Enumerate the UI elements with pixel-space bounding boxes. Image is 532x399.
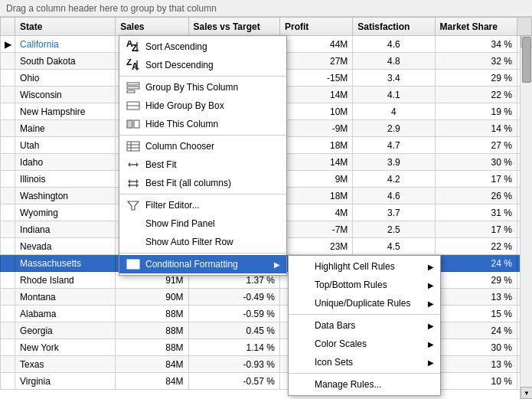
svg-rect-44 [296, 342, 308, 346]
cell-svt: -0.93 % [188, 356, 279, 373]
cell-state: Nevada [15, 238, 116, 255]
col-header-svt[interactable]: Sales vs Target [188, 18, 279, 36]
cell-market: 30 % [435, 154, 517, 171]
cell-svt: 1.14 % [188, 339, 279, 356]
cell-profit: -9M [279, 120, 352, 137]
svg-rect-38 [296, 299, 302, 303]
submenu-icon-sets[interactable]: Icon Sets ▶ [289, 353, 440, 371]
cell-market: 13 % [435, 289, 517, 306]
submenu-unique[interactable]: Unique/Duplicate Rules ▶ [289, 294, 440, 312]
cell-profit: 27M [279, 53, 352, 70]
cell-state: Rhode Island [15, 272, 116, 289]
cell-profit: 44M [279, 36, 352, 53]
auto-filter-icon [126, 236, 141, 248]
sort-asc-icon: AZ [126, 41, 141, 53]
cell-profit: 18M [279, 137, 352, 154]
data-bars-label: Data Bars [315, 320, 425, 331]
separator-2 [119, 135, 286, 136]
color-scales-icon [295, 338, 310, 350]
menu-hide-col[interactable]: Hide This Column [119, 115, 286, 133]
menu-col-chooser[interactable]: Column Chooser [119, 137, 286, 155]
svg-rect-8 [127, 83, 139, 85]
menu-sort-asc[interactable]: AZ Sort Ascending [119, 38, 286, 56]
menu-find-panel[interactable]: Show Find Panel [119, 214, 286, 233]
cell-sales: 88M [116, 306, 188, 322]
hide-group-label: Hide Group By Box [145, 100, 280, 111]
best-fit-all-icon [126, 177, 141, 189]
cell-state: Wyoming [15, 204, 116, 221]
separator-1 [119, 76, 286, 77]
cell-market: 24 % [435, 322, 517, 339]
col-header-state[interactable]: State [15, 18, 116, 36]
scrollbar[interactable]: ▲ ▼ [520, 35, 532, 399]
highlight-arrow: ▶ [428, 263, 434, 271]
scroll-down[interactable]: ▼ [521, 387, 532, 399]
menu-group-by[interactable]: Group By This Column [119, 78, 286, 96]
cell-state: South Dakota [15, 53, 116, 70]
cond-format-icon [126, 258, 141, 270]
cell-state: Virginia [15, 373, 116, 390]
cell-market: 13 % [435, 356, 517, 373]
col-chooser-label: Column Chooser [145, 141, 280, 152]
submenu-color-scales[interactable]: Color Scales ▶ [289, 335, 440, 353]
highlight-icon [295, 260, 310, 273]
icon-sets-label: Icon Sets [315, 357, 425, 368]
manage-rules-icon [295, 378, 310, 391]
separator-4 [119, 253, 286, 253]
submenu-manage-rules[interactable]: Manage Rules... [289, 375, 440, 394]
cell-state: Illinois [15, 171, 116, 188]
submenu-top-bottom[interactable]: Top/Bottom Rules ▶ [289, 276, 440, 294]
cell-state: Indiana [15, 221, 116, 238]
filter-editor-icon [126, 199, 141, 211]
cell-state: Ohio [15, 70, 116, 87]
menu-best-fit-all[interactable]: Best Fit (all columns) [119, 174, 286, 192]
svg-rect-33 [133, 264, 139, 269]
cell-satisfaction: 2.9 [353, 120, 435, 137]
menu-sort-desc[interactable]: ZA Sort Descending [119, 56, 286, 74]
col-header-sales[interactable]: Sales [116, 18, 188, 36]
cell-satisfaction: 4.8 [353, 53, 435, 70]
cell-sales: 88M [116, 339, 188, 356]
col-header-profit[interactable]: Profit [279, 18, 352, 36]
svg-marker-24 [136, 179, 139, 184]
best-fit-label: Best Fit [145, 159, 280, 170]
svg-marker-45 [297, 358, 308, 368]
cell-svt: -0.57 % [188, 373, 279, 390]
cell-profit: -7M [279, 221, 352, 238]
conditional-formatting-submenu: Highlight Cell Rules ▶ Top/Bottom Rules … [288, 255, 441, 396]
col-header-satisfaction[interactable]: Satisfaction [353, 18, 435, 36]
submenu-highlight[interactable]: Highlight Cell Rules ▶ [289, 257, 440, 276]
best-fit-all-label: Best Fit (all columns) [145, 178, 280, 188]
best-fit-icon [126, 159, 141, 171]
top-bottom-arrow: ▶ [428, 281, 434, 289]
cell-market: 24 % [435, 255, 517, 272]
cell-satisfaction: 2.5 [353, 221, 435, 238]
cell-state: Idaho [15, 154, 116, 171]
find-panel-icon [126, 217, 141, 230]
cell-state: Wisconsin [15, 87, 116, 103]
submenu-data-bars[interactable]: Data Bars ▶ [289, 316, 440, 335]
icon-sets-arrow: ▶ [428, 358, 434, 367]
cell-market: 17 % [435, 171, 517, 188]
cell-profit: 18M [279, 188, 352, 204]
cell-satisfaction: 3.9 [353, 154, 435, 171]
svg-rect-10 [127, 90, 135, 93]
cell-state: Texas [15, 356, 116, 373]
col-header-state[interactable] [1, 18, 15, 36]
hide-group-icon [126, 100, 141, 112]
cell-market: 26 % [435, 188, 517, 204]
svg-rect-30 [127, 260, 133, 264]
scroll-thumb[interactable] [522, 37, 531, 83]
menu-auto-filter[interactable]: Show Auto Filter Row [119, 233, 286, 251]
menu-filter-editor[interactable]: Filter Editor... [119, 196, 286, 214]
col-header-market[interactable]: Market Share [435, 18, 517, 36]
svg-rect-13 [127, 120, 132, 128]
svg-rect-43 [305, 322, 309, 330]
drag-header: Drag a column header here to group by th… [0, 0, 532, 17]
menu-conditional-formatting[interactable]: Conditional Formatting ▶ Highlight Cell … [119, 255, 286, 273]
menu-hide-group[interactable]: Hide Group By Box [119, 96, 286, 115]
color-scales-arrow: ▶ [428, 340, 434, 348]
cell-market: 27 % [435, 137, 517, 154]
menu-best-fit[interactable]: Best Fit [119, 155, 286, 174]
filter-editor-label: Filter Editor... [145, 200, 280, 211]
